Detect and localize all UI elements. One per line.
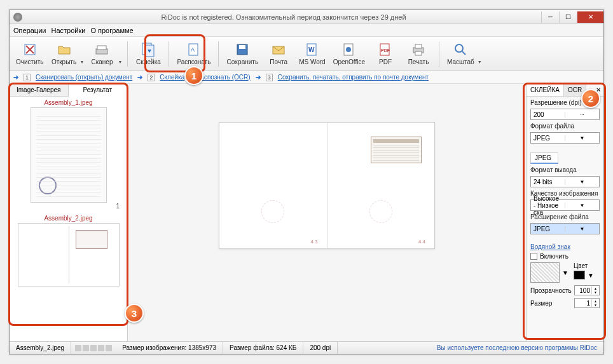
menubar: Операции Настройки О программе [10, 24, 603, 37]
tab-result[interactable]: Результат [69, 84, 128, 97]
tab-glue[interactable]: СКЛЕЙКА [527, 84, 564, 96]
wf-step-ocr[interactable]: Распознать (OCR) [196, 74, 251, 81]
zoom-icon [453, 42, 468, 57]
left-panel: Image-Галерея Результат Assembly_1.jpeg … [10, 84, 128, 341]
status-dpi: 200 dpi [303, 342, 338, 354]
format-select[interactable]: JPEG▼ [530, 132, 600, 144]
open-dropdown-icon[interactable]: ▼ [80, 60, 85, 64]
toolbar: Очистить Открыть ▼ Сканер ▼ Склейка A Ра… [10, 37, 603, 71]
arrow-icon: ➔ [256, 74, 261, 81]
svg-text:PDF: PDF [381, 48, 390, 53]
ext-label: Расширение файла [530, 213, 600, 220]
status-progress [71, 345, 116, 351]
thumbnail-item[interactable]: Assembly_1.jpeg 1 [12, 99, 125, 210]
arrow-icon: ➔ [13, 74, 18, 81]
save-button[interactable]: Сохранить [224, 39, 261, 69]
callout-2: 2 [581, 89, 600, 108]
thumb-label: Assembly_1.jpeg [12, 99, 125, 106]
output-select[interactable]: 24 bits▼ [530, 176, 600, 187]
tab-gallery[interactable]: Image-Галерея [10, 84, 69, 96]
app-icon [13, 13, 22, 22]
maximize-button[interactable]: ☐ [559, 11, 577, 23]
folder-open-icon [57, 42, 72, 57]
ext-select[interactable]: JPEG▼ [530, 223, 600, 234]
doc-page-right: 4 4 [327, 123, 435, 248]
recognize-button[interactable]: A Распознать [174, 39, 213, 69]
svg-point-22 [455, 44, 463, 52]
wm-pattern-select[interactable] [530, 262, 560, 283]
printer-icon [411, 42, 426, 57]
watermark-label: Водяной знак [530, 243, 600, 250]
print-button[interactable]: Печать [403, 39, 434, 69]
clear-icon [22, 42, 38, 57]
glue-icon [141, 42, 156, 57]
open-button[interactable]: Открыть [49, 39, 79, 69]
wf-step-scan[interactable]: Сканировать (открыть) документ [36, 74, 132, 81]
statusbar: Assembly_2.jpeg Размер изображения: 1385… [10, 341, 603, 354]
workflow-bar: ➔ 1 Сканировать (открыть) документ ➔ 2 С… [10, 71, 603, 84]
menu-about[interactable]: О программе [90, 27, 133, 34]
left-tabs: Image-Галерея Результат [10, 84, 127, 97]
wm-opacity-spinner[interactable]: 100▲▼ [574, 285, 600, 295]
quality-select[interactable]: Высокое - Низкое ска▼ [530, 199, 600, 211]
doc-page-left: 4 3 [219, 123, 327, 248]
msword-button[interactable]: W MS Word [296, 39, 328, 69]
svg-rect-11 [239, 45, 245, 49]
thumb-number: 1 [12, 203, 125, 210]
window-title: RiDoc is not registered. Ознакомительный… [26, 13, 541, 21]
zoom-button[interactable]: Масштаб [444, 39, 477, 69]
scanner-dropdown-icon[interactable]: ▼ [118, 60, 122, 64]
step-badge: 1 [24, 74, 31, 81]
jpeg-subtab[interactable]: JPEG [530, 152, 558, 164]
document-preview[interactable]: 4 3 4 4 [219, 122, 435, 249]
right-panel: СКЛЕЙКА OCR ✕ Разрешение (dpi) 200··· Фо… [526, 84, 603, 341]
wm-enable-checkbox[interactable] [530, 253, 537, 260]
scanner-button[interactable]: Сканер [86, 39, 117, 69]
callout-3: 3 [125, 304, 144, 323]
menu-operations[interactable]: Операции [13, 27, 46, 34]
thumb-preview [31, 107, 107, 203]
window-controls: ─ ☐ ✕ [541, 11, 603, 23]
wf-step-glue[interactable]: Склейка [160, 74, 184, 81]
thumb-preview [18, 223, 120, 286]
output-label: Формат вывода [530, 166, 600, 173]
wm-size-spinner[interactable]: 1▲▼ [574, 298, 600, 308]
svg-line-23 [462, 51, 465, 55]
save-icon [235, 42, 250, 57]
scanner-icon [94, 42, 109, 57]
pdf-icon: PDF [378, 42, 393, 57]
openoffice-button[interactable]: OpenOffice [331, 39, 368, 69]
minimize-button[interactable]: ─ [541, 11, 559, 23]
titlebar: RiDoc is not registered. Ознакомительный… [10, 10, 603, 24]
word-icon: W [305, 42, 320, 57]
step-badge: 2 [148, 74, 155, 81]
svg-text:W: W [308, 46, 315, 53]
ocr-icon: A [186, 42, 202, 57]
pdf-button[interactable]: PDF PDF [370, 39, 401, 69]
app-window: RiDoc is not registered. Ознакомительный… [9, 10, 604, 354]
status-imgsize: Размер изображения: 1385x973 [116, 342, 223, 354]
preview-area: 4 3 4 4 [128, 84, 526, 341]
menu-settings[interactable]: Настройки [51, 27, 85, 34]
mail-icon [271, 42, 286, 57]
svg-rect-21 [415, 51, 422, 55]
wm-color-picker[interactable] [574, 271, 585, 280]
clear-button[interactable]: Очистить [13, 39, 46, 69]
glue-button[interactable]: Склейка [133, 39, 163, 69]
thumb-label: Assembly_2.jpeg [12, 215, 125, 222]
zoom-dropdown-icon[interactable]: ▼ [478, 60, 482, 64]
wf-step-save[interactable]: Сохранить, печатать, отправить по почте … [278, 74, 429, 81]
thumbnail-list: Assembly_1.jpeg 1 Assembly_2.jpeg [10, 97, 127, 341]
status-filename: Assembly_2.jpeg [10, 342, 71, 354]
callout-1: 1 [184, 66, 203, 85]
step-badge: 3 [266, 74, 273, 81]
mail-button[interactable]: Почта [263, 39, 294, 69]
openoffice-icon [341, 42, 357, 57]
status-filesize: Размер файла: 624 КБ [223, 342, 303, 354]
status-version: Вы используете последнюю версию программ… [430, 342, 603, 354]
close-button[interactable]: ✕ [577, 11, 603, 23]
dpi-input[interactable]: 200··· [530, 109, 600, 120]
wm-enable-row[interactable]: Включить [530, 253, 600, 260]
svg-text:A: A [191, 46, 195, 53]
thumbnail-item[interactable]: Assembly_2.jpeg [12, 215, 125, 286]
